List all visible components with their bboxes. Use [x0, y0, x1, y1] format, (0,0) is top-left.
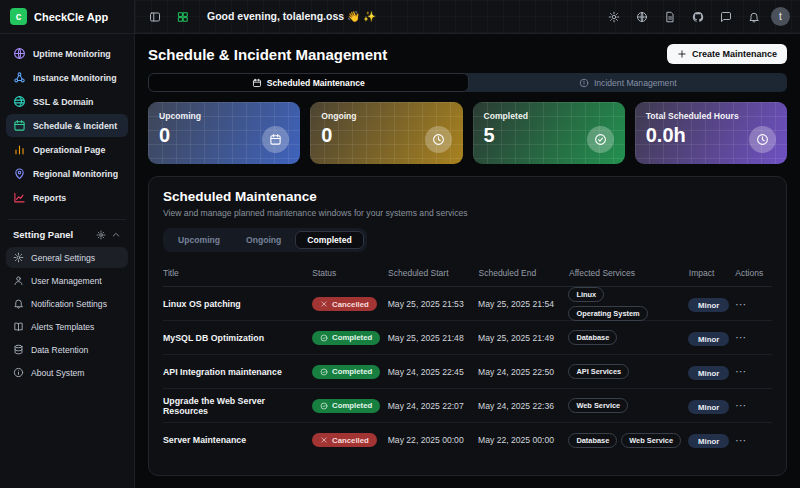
maintenance-title: Upgrade the Web Server Resources	[163, 396, 306, 416]
table-row[interactable]: Server Maintenance Cancelled May 22, 202…	[163, 423, 772, 457]
create-maintenance-button[interactable]: Create Maintenance	[667, 44, 787, 64]
database-icon	[13, 344, 24, 355]
impact-badge: Minor	[688, 434, 729, 448]
calendar-icon	[252, 78, 262, 88]
check-circle-icon	[587, 126, 614, 153]
settings-item-label: Alerts Templates	[31, 322, 94, 332]
line-chart-icon	[13, 191, 26, 204]
status-badge: Completed	[312, 399, 380, 413]
row-actions-button[interactable]: ⋯	[735, 365, 747, 377]
table-row[interactable]: MySQL DB Optimization Completed May 25, …	[163, 321, 772, 355]
sidebar-item-reports[interactable]: Reports	[6, 186, 128, 209]
info-icon	[13, 367, 24, 378]
user-avatar[interactable]: t	[771, 7, 790, 26]
settings-item-general-settings[interactable]: General Settings	[6, 247, 128, 268]
github-button[interactable]	[687, 6, 709, 28]
settings-panel-header[interactable]: Setting Panel	[6, 227, 128, 247]
main-content: Schedule & Incident Management Create Ma…	[135, 34, 800, 488]
feedback-button[interactable]	[715, 6, 737, 28]
book-icon	[13, 321, 24, 332]
panel-toggle-button[interactable]	[145, 7, 165, 27]
maintenance-title: Linux OS patching	[163, 299, 306, 309]
brand[interactable]: c CheckCle App	[0, 0, 135, 33]
column-header-actions: Actions	[735, 268, 772, 278]
top-bar: c CheckCle App Good evening, tolaleng.os…	[0, 0, 800, 34]
sidebar-item-label: Instance Monitoring	[33, 73, 117, 83]
user-icon	[13, 275, 24, 286]
topbar-right-icons: t	[603, 6, 790, 28]
settings-item-label: Data Retention	[31, 345, 88, 355]
scheduled-start: May 24, 2025 22:07	[388, 401, 472, 411]
row-actions-button[interactable]: ⋯	[735, 434, 747, 446]
sidebar-item-operational-page[interactable]: Operational Page	[6, 138, 128, 161]
status-badge: Cancelled	[312, 433, 377, 447]
app-logo-icon: c	[10, 8, 27, 25]
settings-item-label: Notification Settings	[31, 299, 107, 309]
filter-ongoing[interactable]: Ongoing	[234, 231, 293, 249]
nodes-icon	[13, 71, 26, 84]
row-actions-button[interactable]: ⋯	[735, 399, 747, 411]
sidebar-item-label: Regional Monitoring	[33, 169, 118, 179]
affected-services: LinuxOperating System	[568, 287, 682, 321]
view-tabs: Scheduled Maintenance Incident Managemen…	[148, 73, 787, 92]
theme-toggle-button[interactable]	[603, 6, 625, 28]
clock-icon	[749, 126, 776, 153]
scheduled-end: May 22, 2025 00:00	[478, 435, 562, 445]
filter-upcoming[interactable]: Upcoming	[166, 231, 232, 249]
table-row[interactable]: Upgrade the Web Server Resources Complet…	[163, 389, 772, 423]
settings-item-about-system[interactable]: About System	[6, 362, 128, 383]
notifications-button[interactable]	[743, 6, 765, 28]
settings-item-user-management[interactable]: User Management	[6, 270, 128, 291]
stat-label: Completed	[484, 111, 614, 121]
tab-scheduled-maintenance[interactable]: Scheduled Maintenance	[148, 73, 469, 92]
sidebar-item-ssl-domain[interactable]: SSL & Domain	[6, 90, 128, 113]
sidebar-item-uptime-monitoring[interactable]: Uptime Monitoring	[6, 42, 128, 65]
app-window: c CheckCle App Good evening, tolaleng.os…	[0, 0, 800, 488]
stat-card-ongoing: Ongoing 0	[310, 102, 462, 164]
settings-item-notification-settings[interactable]: Notification Settings	[6, 293, 128, 314]
language-button[interactable]	[631, 6, 653, 28]
sidebar-item-instance-monitoring[interactable]: Instance Monitoring	[6, 66, 128, 89]
settings-item-data-retention[interactable]: Data Retention	[6, 339, 128, 360]
scheduled-end: May 24, 2025 22:36	[478, 401, 562, 411]
scheduled-end: May 25, 2025 21:54	[478, 299, 562, 309]
settings-item-label: User Management	[31, 276, 102, 286]
row-actions-button[interactable]: ⋯	[735, 298, 747, 310]
sidebar-divider	[8, 219, 126, 220]
topbar-left-icons	[145, 7, 193, 27]
app-grid-button[interactable]	[173, 7, 193, 27]
twitter-button[interactable]	[693, 11, 703, 21]
top-bar-main: Good evening, tolaleng.oss 👋 ✨ t	[135, 0, 800, 33]
sidebar-item-label: Operational Page	[33, 145, 105, 155]
sidebar-item-schedule-incident[interactable]: Schedule & Incident	[6, 114, 128, 137]
sidebar-item-label: Uptime Monitoring	[33, 49, 111, 59]
x-icon	[320, 436, 328, 444]
stat-card-upcoming: Upcoming 0	[148, 102, 300, 164]
alert-circle-icon	[579, 78, 589, 88]
clock-icon	[425, 126, 452, 153]
status-label: Completed	[332, 333, 372, 342]
row-actions-button[interactable]: ⋯	[735, 331, 747, 343]
page-header: Schedule & Incident Management Create Ma…	[148, 44, 787, 64]
sidebar-item-label: SSL & Domain	[33, 97, 93, 107]
table-row[interactable]: Linux OS patching Cancelled May 25, 2025…	[163, 287, 772, 321]
filter-completed[interactable]: Completed	[295, 231, 363, 249]
table-row[interactable]: API Integration maintenance Completed Ma…	[163, 355, 772, 389]
table-header-row: TitleStatusScheduled StartScheduled EndA…	[163, 263, 772, 287]
sidebar-item-regional-monitoring[interactable]: Regional Monitoring	[6, 162, 128, 185]
affected-services: API Services	[568, 364, 682, 379]
impact-badge: Minor	[688, 298, 729, 312]
column-header-impact: Impact	[689, 268, 729, 278]
docs-button[interactable]	[659, 6, 681, 28]
tab-incident-management[interactable]: Incident Management	[469, 73, 788, 92]
impact-badge: Minor	[688, 366, 729, 380]
impact-badge: Minor	[688, 400, 729, 414]
status-label: Completed	[332, 401, 372, 410]
status-badge: Cancelled	[312, 297, 377, 311]
gear-icon	[96, 230, 106, 240]
status-badge: Completed	[312, 331, 380, 345]
chevron-up-icon[interactable]	[111, 230, 121, 240]
service-tag: Database	[568, 433, 617, 448]
settings-item-alerts-templates[interactable]: Alerts Templates	[6, 316, 128, 337]
maintenance-title: MySQL DB Optimization	[163, 333, 306, 343]
